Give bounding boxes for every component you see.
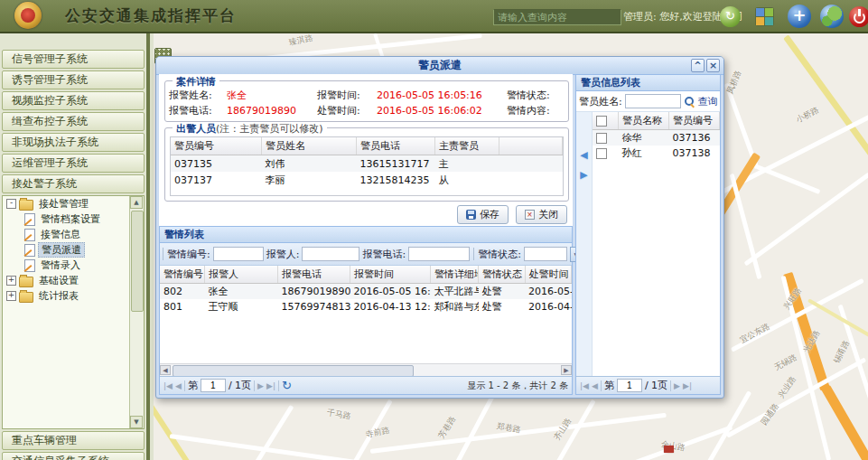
officer-row[interactable]: 徐华037136 [593, 130, 720, 146]
dispatch-row[interactable]: 037137李丽13215814235从 [171, 172, 563, 188]
app-title: 公安交通集成指挥平台 [65, 0, 237, 32]
officer-pagination-bar: 第 / 1页 [576, 376, 720, 394]
tree-leaf-label: 接警信息 [38, 228, 83, 241]
officer-search-button[interactable]: 查询 [698, 95, 718, 108]
column-header[interactable]: 警情详细地址 [431, 266, 479, 284]
horizontal-scrollbar[interactable]: ◀ ▶ [160, 363, 572, 376]
sidebar-section[interactable]: 交通信息采集子系统 [2, 452, 145, 460]
column-header[interactable]: 警情状态 [479, 266, 526, 284]
collapse-icon[interactable] [6, 199, 16, 209]
last-page-icon[interactable] [266, 381, 275, 390]
phone-input[interactable] [408, 247, 470, 261]
sidebar-section[interactable]: 缉查布控子系统 [2, 112, 145, 131]
column-header[interactable]: 报警人 [205, 266, 278, 284]
map-road-label: 小桥路 [794, 104, 821, 126]
search-icon[interactable] [684, 96, 695, 108]
tree-leaf-node[interactable]: 接警信息 [3, 227, 144, 242]
column-header[interactable]: 报警时间 [350, 266, 431, 284]
page-number-input[interactable] [617, 379, 642, 392]
column-header[interactable]: 警员编号 [171, 137, 262, 155]
tree-folder-node[interactable]: 基础设置 [3, 273, 144, 288]
globe-icon[interactable] [820, 5, 844, 28]
dispatch-officers-fieldset: 出警人员(注：主责警员可以修改) 警员编号警员姓名警员电话主责警员 037135… [164, 127, 569, 202]
column-header[interactable]: 处警时间 [525, 266, 572, 284]
add-icon[interactable] [788, 5, 811, 28]
caller-input[interactable] [302, 247, 359, 261]
column-header[interactable]: 警情编号 [160, 266, 205, 284]
collapse-window-icon[interactable] [691, 59, 705, 72]
apps-grid-icon[interactable] [755, 7, 774, 26]
sidebar-sections: 信号管理子系统诱导管理子系统视频监控子系统缉查布控子系统非现场执法子系统运维管理… [0, 50, 146, 173]
scroll-down-icon[interactable]: ▼ [130, 416, 143, 428]
tree-root-node[interactable]: 接处警管理 [3, 196, 144, 211]
first-page-icon[interactable] [580, 381, 589, 390]
case-fields: 报警姓名: 张全 报警时间: 2016-05-05 16:05:16 警情状态:… [169, 88, 566, 118]
checkbox-icon[interactable] [596, 116, 607, 127]
alert-row[interactable]: 802张全18679019890 2016-05-05 16:...太平北路与柳… [160, 284, 572, 300]
page-number-input[interactable] [201, 379, 226, 392]
case-field-value: 张全 [227, 89, 317, 102]
status-select[interactable] [524, 247, 567, 261]
transfer-left-icon[interactable] [580, 150, 587, 161]
sidebar-section[interactable]: 视频监控子系统 [2, 91, 145, 110]
column-header[interactable]: 警员编号 [669, 112, 720, 130]
sidebar-section[interactable]: 非现场执法子系统 [2, 133, 145, 152]
recycle-icon[interactable] [720, 6, 741, 27]
close-window-icon[interactable] [706, 59, 720, 72]
alert-row[interactable]: 801王守顺15769974813 2016-04-13 12:...郑和路与东… [160, 299, 572, 314]
case-field-label: 报警电话: [169, 104, 227, 117]
last-page-icon[interactable] [683, 381, 692, 390]
global-search-input[interactable] [493, 9, 621, 25]
refresh-icon[interactable] [282, 379, 292, 392]
scroll-left-icon[interactable]: ◀ [160, 365, 171, 375]
map-road-label: 宜公东路 [738, 321, 772, 346]
sidebar-section[interactable]: 重点车辆管理 [2, 431, 145, 450]
checkbox-icon[interactable] [596, 148, 607, 159]
save-button[interactable]: 保存 [457, 205, 509, 224]
tree-leaf-node[interactable]: 警情录入 [3, 258, 144, 273]
expand-icon[interactable] [6, 276, 16, 286]
alert-filter-toolbar: 警情编号: 报警人: 报警电话: 警情状态: 查询 [160, 243, 572, 266]
expand-icon[interactable] [6, 291, 16, 301]
tree-leaf-node[interactable]: 警情档案设置 [3, 211, 144, 227]
close-button[interactable]: 关闭 [516, 205, 567, 224]
column-header[interactable]: 报警电话 [278, 266, 350, 284]
scrollbar-thumb[interactable] [131, 211, 144, 312]
scroll-up-icon[interactable]: ▲ [130, 196, 143, 209]
prev-page-icon[interactable] [175, 381, 182, 390]
tree-scrollbar[interactable]: ▲ ▼ [129, 196, 144, 428]
document-icon [24, 244, 35, 257]
sidebar-section[interactable]: 运维管理子系统 [2, 154, 145, 173]
column-header[interactable]: 警员名称 [619, 112, 669, 130]
first-page-icon[interactable] [163, 381, 173, 390]
tree-folder-node[interactable]: 统计报表 [3, 288, 144, 304]
filter-label-status: 警情状态: [478, 248, 521, 261]
sidebar-section[interactable]: 诱导管理子系统 [2, 70, 145, 89]
document-icon [24, 213, 35, 226]
column-header[interactable]: 主责警员 [435, 137, 499, 155]
transfer-right-icon[interactable] [580, 170, 587, 181]
scrollbar-thumb[interactable] [173, 365, 414, 376]
page-prefix: 第 [188, 379, 198, 392]
officer-row[interactable]: 孙红037138 [593, 146, 720, 161]
sidebar-section[interactable]: 信号管理子系统 [2, 50, 145, 69]
checkbox-icon[interactable] [596, 133, 607, 144]
dispatch-row[interactable]: 037135刘伟13615131717主 [171, 155, 563, 173]
alert-id-input[interactable] [213, 247, 264, 261]
column-header[interactable]: 警员姓名 [262, 137, 357, 155]
map-road [783, 34, 868, 166]
next-page-icon[interactable] [674, 381, 680, 390]
filter-label-id: 警情编号: [167, 248, 210, 261]
select-all-cell[interactable] [593, 112, 619, 130]
window-titlebar[interactable]: 警员派遣 [156, 57, 723, 75]
power-icon[interactable] [849, 6, 868, 27]
prev-page-icon[interactable] [592, 381, 598, 390]
scroll-right-icon[interactable]: ▶ [561, 365, 572, 375]
officer-name-input[interactable] [625, 94, 681, 108]
next-page-icon[interactable] [257, 381, 264, 390]
tree-leaf-node[interactable]: 警员派遣 [3, 242, 144, 258]
column-header[interactable] [499, 137, 563, 155]
sidebar-section-active[interactable]: 接处警子系统 [2, 174, 145, 193]
column-header[interactable]: 警员电话 [357, 137, 435, 155]
officer-grid-body: 徐华037136 孙红037138 [593, 130, 720, 162]
